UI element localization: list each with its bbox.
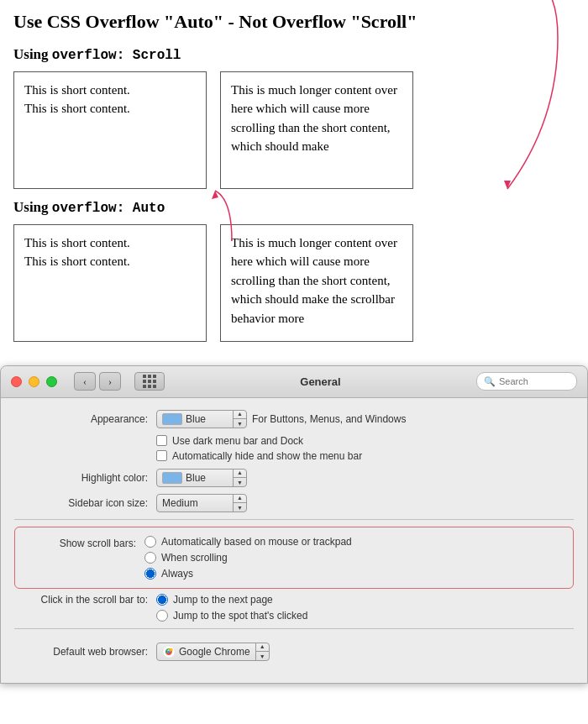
dark-menu-checkbox[interactable] [156, 435, 167, 446]
grid-icon [143, 375, 157, 389]
auto-hide-label: Automatically hide and show the menu bar [172, 450, 362, 462]
scroll-scrolling-radio[interactable] [144, 552, 156, 564]
radio-selected-dot [148, 571, 153, 576]
appearance-stepper[interactable]: ▲ ▼ [233, 410, 246, 428]
short-content-box-scroll[interactable]: This is short content. This is short con… [13, 71, 207, 189]
divider-1 [14, 519, 574, 520]
sidebar-stepper[interactable]: ▲ ▼ [233, 494, 246, 512]
highlight-stepper[interactable]: ▲ ▼ [233, 469, 246, 487]
long-content-box-scroll[interactable]: This is much longer content over here wh… [220, 71, 413, 189]
close-button[interactable] [11, 376, 22, 387]
dark-menu-row: Use dark menu bar and Dock [156, 435, 303, 447]
scroll-bars-section: Show scroll bars: Automatically based on… [14, 527, 574, 589]
sidebar-label: Sidebar icon size: [18, 497, 148, 509]
highlight-select[interactable]: Blue ▲ ▼ [156, 469, 247, 487]
appearance-color-swatch [162, 413, 182, 425]
scroll-auto-radio[interactable] [144, 536, 156, 548]
svg-marker-3 [212, 191, 218, 199]
click-spot-option[interactable]: Jump to the spot that's clicked [156, 610, 307, 622]
scroll-bars-label: Show scroll bars: [27, 536, 136, 549]
section2-heading: Using overflow: Auto [13, 199, 575, 216]
scroll-bars-options: Automatically based on mouse or trackpad… [144, 536, 352, 580]
highlight-row: Highlight color: Blue ▲ ▼ [1, 469, 587, 487]
mac-titlebar: ‹ › General 🔍 [1, 366, 587, 398]
scroll-auto-label: Automatically based on mouse or trackpad [161, 536, 352, 548]
click-next-radio[interactable] [156, 594, 168, 606]
appearance-label: Appearance: [18, 413, 148, 425]
svg-point-5 [168, 650, 171, 653]
dark-menu-label: Use dark menu bar and Dock [172, 435, 303, 447]
scroll-auto-option[interactable]: Automatically based on mouse or trackpad [144, 536, 352, 548]
auto-hide-checkbox[interactable] [156, 450, 167, 461]
click-options: Jump to the next page Jump to the spot t… [156, 594, 307, 622]
overflow-auto-demo: This is short content. This is short con… [13, 224, 575, 342]
click-next-label: Jump to the next page [173, 594, 273, 606]
search-icon: 🔍 [484, 376, 496, 387]
overflow-scroll-demo: This is short content. This is short con… [13, 71, 575, 189]
browser-label: Default web browser: [18, 646, 148, 658]
browser-row: Default web browser: Google Chrome ▲ ▼ [1, 636, 587, 664]
browser-select[interactable]: Google Chrome ▲ ▼ [156, 643, 270, 661]
appearance-control: Blue ▲ ▼ For Buttons, Menus, and Windows [156, 410, 406, 428]
appearance-description: For Buttons, Menus, and Windows [252, 413, 406, 425]
highlight-label: Highlight color: [18, 472, 148, 484]
click-next-page-option[interactable]: Jump to the next page [156, 594, 307, 606]
short-content-box-auto[interactable]: This is short content. This is short con… [13, 224, 207, 342]
grid-view-button[interactable] [134, 372, 165, 391]
minimize-button[interactable] [29, 376, 39, 387]
search-input[interactable] [499, 376, 566, 386]
section1-heading: Using overflow: Scroll [13, 46, 575, 63]
mac-window: ‹ › General 🔍 Appearance: Blue [0, 365, 588, 684]
click-spot-radio[interactable] [156, 610, 168, 622]
highlight-color-swatch [162, 472, 182, 484]
auto-hide-row: Automatically hide and show the menu bar [156, 450, 362, 462]
appearance-row: Appearance: Blue ▲ ▼ For Buttons, Menus,… [1, 410, 587, 428]
back-button[interactable]: ‹ [74, 372, 96, 391]
nav-buttons: ‹ › [74, 372, 121, 391]
click-spot-label: Jump to the spot that's clicked [173, 610, 307, 622]
chrome-icon [162, 645, 176, 658]
sidebar-select[interactable]: Medium ▲ ▼ [156, 494, 247, 512]
click-label: Click in the scroll bar to: [18, 594, 148, 606]
article-title: Use CSS Overflow "Auto" - Not Overflow "… [13, 10, 575, 34]
checkbox-rows: Use dark menu bar and Dock Automatically… [139, 435, 587, 462]
scroll-bars-row: Show scroll bars: Automatically based on… [27, 536, 561, 580]
sidebar-row: Sidebar icon size: Medium ▲ ▼ [1, 494, 587, 512]
article-section: Use CSS Overflow "Auto" - Not Overflow "… [0, 0, 588, 359]
maximize-button[interactable] [46, 376, 57, 387]
scroll-scrolling-option[interactable]: When scrolling [144, 552, 352, 564]
scroll-always-label: Always [161, 568, 193, 580]
forward-button[interactable]: › [99, 372, 121, 391]
scroll-always-radio[interactable] [144, 568, 156, 580]
divider-2 [14, 628, 574, 629]
scroll-always-option[interactable]: Always [144, 568, 352, 580]
preferences-content: Appearance: Blue ▲ ▼ For Buttons, Menus,… [1, 398, 587, 683]
window-title: General [171, 375, 470, 388]
click-scroll-row: Click in the scroll bar to: Jump to the … [18, 594, 570, 622]
browser-stepper[interactable]: ▲ ▼ [255, 643, 269, 661]
scroll-scrolling-label: When scrolling [161, 552, 228, 564]
svg-marker-2 [504, 181, 511, 189]
click-next-dot [160, 597, 165, 602]
long-content-box-auto[interactable]: This is much longer content over here wh… [220, 224, 413, 342]
appearance-select[interactable]: Blue ▲ ▼ [156, 410, 247, 428]
search-box[interactable]: 🔍 [476, 372, 577, 391]
click-scroll-section: Click in the scroll bar to: Jump to the … [1, 594, 587, 622]
